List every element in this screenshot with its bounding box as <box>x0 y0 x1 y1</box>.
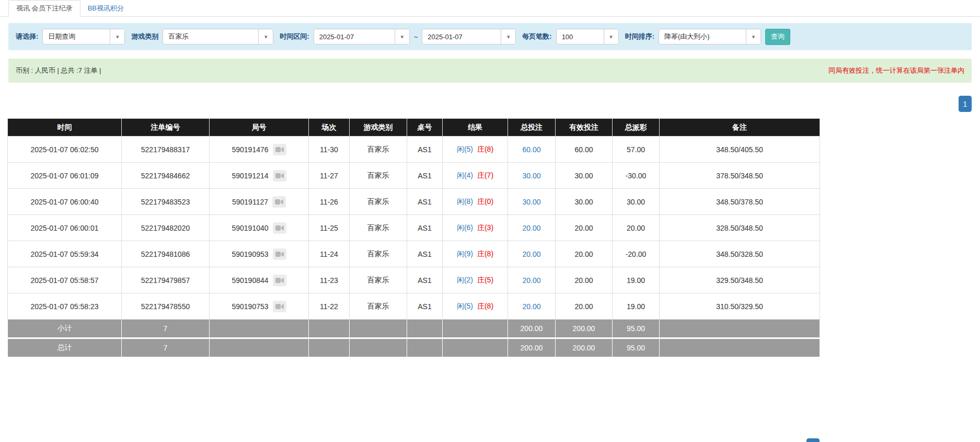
total-bet-link[interactable]: 20.00 <box>522 302 540 311</box>
column-header-result: 结果 <box>443 119 508 137</box>
cell-session: 11-22 <box>309 293 350 320</box>
result-banker: 庄(8) <box>477 250 493 258</box>
cell-valid-bet: 20.00 <box>556 293 613 320</box>
cell-note: 328.50/348.50 <box>660 215 820 241</box>
subtotal-count: 7 <box>122 320 210 338</box>
column-header-session: 场次 <box>309 119 350 137</box>
query-type-select[interactable]: 日期查询 ▾ <box>42 29 125 44</box>
cell-total-bet: 20.00 <box>508 241 556 267</box>
result-player: 闲(5) <box>457 302 473 310</box>
cell-table-no: AS1 <box>407 293 443 320</box>
cell-result: 闲(6) 庄(3) <box>443 215 508 241</box>
total-bet-link[interactable]: 30.00 <box>522 198 540 206</box>
cell-time: 2025-01-07 06:02:50 <box>8 137 122 163</box>
result-player: 闲(4) <box>457 171 473 179</box>
cell-bet-id: 522179481086 <box>122 241 210 267</box>
subtotal-valid-bet: 200.00 <box>556 320 613 338</box>
round-id-text: 590190953 <box>232 250 268 258</box>
cell-total-bet: 30.00 <box>508 189 556 215</box>
cell-note: 310.50/329.50 <box>660 293 820 320</box>
cell-game-type: 百家乐 <box>350 293 407 320</box>
info-bar: 币别 : 人民币 | 总共 :7 注单 | 同局有效投注，统一计算在该局第一张注… <box>8 59 972 83</box>
cell-result: 闲(2) 庄(5) <box>443 267 508 293</box>
cell-payout: 30.00 <box>613 189 660 215</box>
column-header-round-id: 局号 <box>210 119 309 137</box>
cell-valid-bet: 20.00 <box>556 267 613 293</box>
sort-label: 时间排序: <box>625 32 654 41</box>
result-banker: 庄(8) <box>477 145 493 153</box>
total-bet-link[interactable]: 20.00 <box>522 276 540 285</box>
cell-result: 闲(9) 庄(8) <box>443 241 508 267</box>
result-player: 闲(6) <box>457 223 473 232</box>
result-player: 闲(5) <box>457 145 473 153</box>
cell-game-type: 百家乐 <box>350 189 407 215</box>
total-bet-link[interactable]: 20.00 <box>522 224 540 232</box>
video-replay-icon[interactable] <box>273 170 286 182</box>
betting-records-table: 时间 注单编号 局号 场次 游戏类别 桌号 结果 总投注 有效投注 总派彩 备注… <box>7 118 820 357</box>
result-player: 闲(2) <box>457 276 473 284</box>
cell-game-type: 百家乐 <box>350 267 407 293</box>
per-page-select[interactable]: 100 ▾ <box>556 29 619 44</box>
cell-total-bet: 30.00 <box>508 163 556 189</box>
result-banker: 庄(3) <box>477 223 493 232</box>
video-replay-icon[interactable] <box>272 196 286 208</box>
table-row: 2025-01-07 06:00:40 522179483523 5901911… <box>8 189 820 215</box>
date-to-select[interactable]: 2025-01-07 ▾ <box>422 29 516 44</box>
date-to-value: 2025-01-07 <box>422 29 501 44</box>
chevron-down-icon[interactable]: ▾ <box>395 29 409 44</box>
subtotal-total-bet: 200.00 <box>508 320 556 338</box>
cell-session: 11-26 <box>309 189 350 215</box>
video-replay-icon[interactable] <box>273 222 286 234</box>
chevron-down-icon[interactable]: ▾ <box>258 29 273 44</box>
subtotal-row: 小计 7 200.00 200.00 95.00 <box>8 320 820 338</box>
chevron-down-icon[interactable]: ▾ <box>110 29 124 44</box>
page-1-button-bottom[interactable]: 1 <box>806 438 820 442</box>
cell-valid-bet: 20.00 <box>556 241 613 267</box>
total-count: 7 <box>122 338 210 357</box>
cell-round-id: 590190844 <box>210 267 309 293</box>
column-header-payout: 总派彩 <box>613 119 660 137</box>
cell-session: 11-30 <box>309 137 350 163</box>
query-button[interactable]: 查询 <box>765 29 790 45</box>
cell-bet-id: 522179483523 <box>122 189 210 215</box>
cell-note: 348.50/378.50 <box>660 189 820 215</box>
column-header-table-no: 桌号 <box>407 119 443 137</box>
total-bet-link[interactable]: 30.00 <box>522 172 540 180</box>
cell-payout: 19.00 <box>613 267 660 293</box>
per-page-label: 每页笔数: <box>522 32 551 41</box>
video-replay-icon[interactable] <box>273 248 286 260</box>
cell-time: 2025-01-07 05:58:57 <box>8 267 122 293</box>
round-id-text: 590191127 <box>232 198 268 206</box>
date-from-select[interactable]: 2025-01-07 ▾ <box>314 29 410 44</box>
chevron-down-icon[interactable]: ▾ <box>501 29 515 44</box>
tab-betting-records[interactable]: 视讯 会员下注纪录 <box>8 0 80 17</box>
cell-game-type: 百家乐 <box>350 137 407 163</box>
round-id-text: 590191040 <box>232 224 268 232</box>
column-header-bet-id: 注单编号 <box>122 119 210 137</box>
cell-valid-bet: 60.00 <box>556 137 613 163</box>
video-replay-icon[interactable] <box>273 144 286 155</box>
cell-session: 11-25 <box>309 215 350 241</box>
cell-bet-id: 522179479857 <box>122 267 210 293</box>
cell-payout: 20.00 <box>613 215 660 241</box>
chevron-down-icon[interactable]: ▾ <box>746 29 760 44</box>
cell-payout: 19.00 <box>613 293 660 320</box>
chevron-down-icon[interactable]: ▾ <box>604 29 618 44</box>
game-type-select[interactable]: 百家乐 ▾ <box>163 29 273 44</box>
video-replay-icon[interactable] <box>273 275 286 286</box>
range-separator: ~ <box>414 33 418 41</box>
cell-note: 378.50/348.50 <box>660 163 820 189</box>
total-bet-link[interactable]: 20.00 <box>522 250 540 258</box>
cell-payout: -20.00 <box>613 241 660 267</box>
total-total-bet: 200.00 <box>508 338 556 357</box>
cell-valid-bet: 30.00 <box>556 163 613 189</box>
page-1-button[interactable]: 1 <box>959 96 972 112</box>
total-bet-link[interactable]: 60.00 <box>522 145 540 154</box>
cell-round-id: 590191040 <box>210 215 309 241</box>
tab-bb-points[interactable]: BB视讯积分 <box>80 1 131 16</box>
sort-select[interactable]: 降幂(由大到小) ▾ <box>659 29 761 44</box>
cell-payout: 57.00 <box>613 137 660 163</box>
column-header-game-type: 游戏类别 <box>350 119 407 137</box>
video-replay-icon[interactable] <box>273 301 286 312</box>
subtotal-label: 小计 <box>8 320 122 338</box>
